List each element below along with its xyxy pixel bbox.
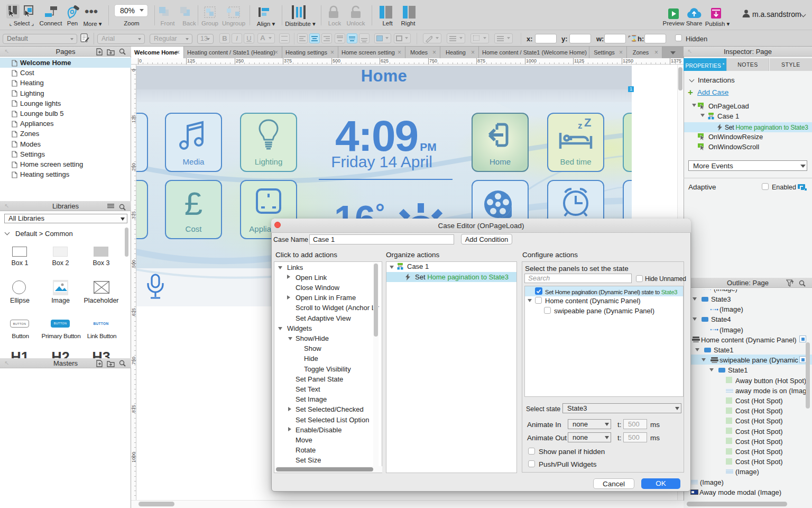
- svg-text:Z: Z: [584, 116, 591, 129]
- svg-text:z: z: [578, 121, 583, 131]
- svg-text:£: £: [184, 185, 202, 222]
